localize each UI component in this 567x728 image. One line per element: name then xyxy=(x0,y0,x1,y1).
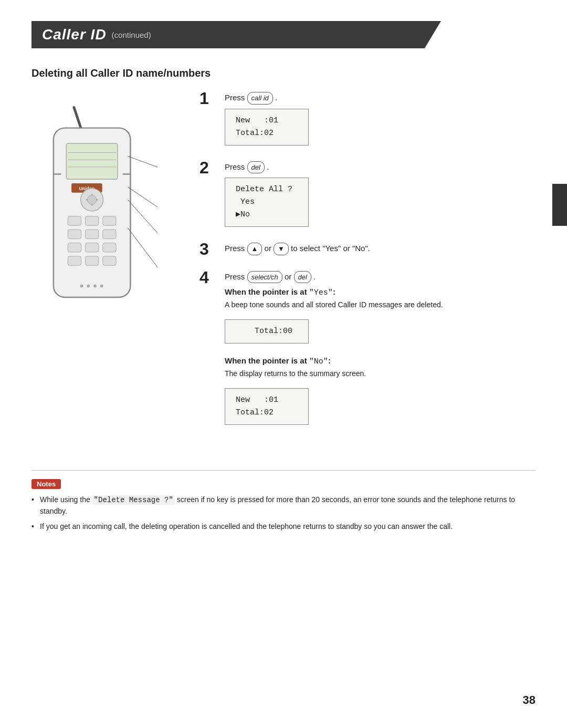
step-2-text: Press del . xyxy=(225,161,567,174)
step-3-key-down: ▼ xyxy=(274,243,289,255)
step-4-sub-no-body: The display returns to the summary scree… xyxy=(225,368,567,379)
svg-point-29 xyxy=(87,285,90,288)
steps-column: 1 Press call id . New :01Total:02 2 Pres… xyxy=(178,92,567,449)
header-continued: (continued) xyxy=(112,30,151,39)
svg-rect-18 xyxy=(103,216,116,226)
svg-rect-25 xyxy=(68,256,81,266)
step-4-sub-yes-heading: When the pointer is at "Yes": xyxy=(225,287,567,297)
svg-rect-2 xyxy=(66,143,118,179)
step-3: 3 Press ▲ or ▼ to select "Yes" or "No". xyxy=(200,243,567,259)
svg-rect-24 xyxy=(103,243,116,252)
step-1-key: call id xyxy=(247,92,273,105)
step-4-content: Press select/ch or del . When the pointe… xyxy=(225,271,567,438)
svg-rect-20 xyxy=(85,230,98,239)
page-number: 38 xyxy=(523,693,536,707)
step-2-lcd: Delete All ? Yes ▶No xyxy=(225,178,309,227)
step-4-key-selectch: select/ch xyxy=(247,271,282,284)
step-3-text: Press ▲ or ▼ to select "Yes" or "No". xyxy=(225,243,567,255)
step-4-lcd-no: New :01Total:02 xyxy=(225,388,309,425)
svg-point-28 xyxy=(80,285,83,288)
svg-point-13 xyxy=(87,195,97,205)
svg-rect-23 xyxy=(85,243,98,252)
section-heading: Deleting all Caller ID name/numbers xyxy=(32,67,567,79)
phone-illustration: Uniden xyxy=(32,92,178,449)
note-2: If you get an incoming call, the deletin… xyxy=(32,521,536,532)
svg-rect-22 xyxy=(68,243,81,252)
step-4-lcd-yes: Total:00 xyxy=(225,319,309,344)
main-content: Uniden xyxy=(32,92,567,449)
step-1: 1 Press call id . New :01Total:02 xyxy=(200,92,567,150)
step-4-sub-yes: When the pointer is at "Yes": A beep ton… xyxy=(225,287,567,348)
svg-rect-21 xyxy=(103,230,116,239)
phone-svg: Uniden xyxy=(32,97,158,318)
svg-point-31 xyxy=(100,285,103,288)
step-1-lcd: New :01Total:02 xyxy=(225,109,309,145)
svg-rect-19 xyxy=(68,230,81,239)
step-2-content: Press del . Delete All ? Yes ▶No xyxy=(225,161,567,232)
note-1-mono: "Delete Message ?" xyxy=(92,495,175,505)
step-1-content: Press call id . New :01Total:02 xyxy=(225,92,567,150)
side-tab xyxy=(552,184,567,226)
step-3-number: 3 xyxy=(200,241,218,257)
svg-line-34 xyxy=(128,200,158,272)
step-4-sub-yes-body: A beep tone sounds and all stored Caller… xyxy=(225,299,567,310)
svg-rect-26 xyxy=(85,256,98,266)
header-bar: Caller ID (continued) xyxy=(32,21,441,48)
step-4-number: 4 xyxy=(200,269,218,286)
notes-badge: Notes xyxy=(32,479,61,489)
step-4-sub-no-heading: When the pointer is at "No": xyxy=(225,356,567,366)
svg-line-32 xyxy=(128,156,158,182)
step-2: 2 Press del . Delete All ? Yes ▶No xyxy=(200,161,567,232)
svg-line-35 xyxy=(128,228,158,313)
notes-list: While using the "Delete Message ?" scree… xyxy=(32,494,536,532)
step-3-key-up: ▲ xyxy=(247,243,262,255)
step-1-text: Press call id . xyxy=(225,92,567,105)
step-4-sub-no: When the pointer is at "No": The display… xyxy=(225,356,567,429)
svg-point-30 xyxy=(93,285,97,288)
step-1-number: 1 xyxy=(200,90,218,107)
step-4: 4 Press select/ch or del . When the poin… xyxy=(200,271,567,438)
step-2-number: 2 xyxy=(200,159,218,176)
svg-rect-17 xyxy=(85,216,98,226)
step-2-key: del xyxy=(247,161,265,174)
svg-rect-16 xyxy=(68,216,81,226)
step-3-content: Press ▲ or ▼ to select "Yes" or "No". xyxy=(225,243,567,259)
svg-line-33 xyxy=(128,187,158,231)
step-4-key-del: del xyxy=(294,271,311,284)
svg-rect-27 xyxy=(103,256,116,266)
notes-section: Notes While using the "Delete Message ?"… xyxy=(32,470,536,532)
note-1: While using the "Delete Message ?" scree… xyxy=(32,494,536,517)
header-title: Caller ID xyxy=(42,26,107,43)
step-4-text: Press select/ch or del . xyxy=(225,271,567,284)
